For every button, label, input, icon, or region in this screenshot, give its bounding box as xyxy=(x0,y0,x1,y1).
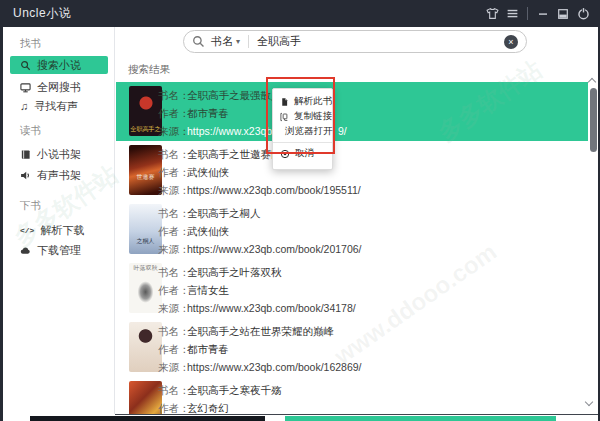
author-label: 作者： xyxy=(158,343,190,357)
menu-item-parse-book[interactable]: 解析此书 xyxy=(273,94,332,109)
speaker-icon xyxy=(20,170,31,181)
titlebar-controls xyxy=(482,0,593,27)
maximize-icon xyxy=(557,8,569,20)
sidebar-item-parse-download[interactable]: </> 解析下载 xyxy=(10,221,108,239)
monitor-icon xyxy=(20,82,31,93)
menu-separator xyxy=(273,142,332,143)
bottom-dark-segment xyxy=(30,416,265,421)
author-label: 作者： xyxy=(158,225,190,239)
source-label: 来源： xyxy=(158,302,190,316)
hamburger-icon xyxy=(506,7,519,20)
author-label: 作者： xyxy=(158,284,190,298)
search-icon xyxy=(192,35,205,48)
source-label: 来源： xyxy=(158,125,190,139)
menu-item-label: 复制链接 xyxy=(294,110,332,123)
menu-item-cancel[interactable]: 取消 xyxy=(273,146,332,161)
author-label: 作者： xyxy=(158,166,190,180)
book-source: https://www.x23qb.com/book/34178/ xyxy=(187,302,356,314)
scroll-up-button[interactable] xyxy=(589,79,595,85)
book-icon xyxy=(20,149,31,160)
sidebar-item-download-manager[interactable]: 下载管理 xyxy=(10,241,108,259)
bottom-bar xyxy=(0,414,600,421)
clear-search-button[interactable]: × xyxy=(504,35,518,49)
sidebar-item-novel-shelf[interactable]: 小说书架 xyxy=(10,145,108,163)
theme-button[interactable] xyxy=(482,0,502,27)
search-result-row[interactable]: 之桐人 书名： 全职高手之桐人 作者： 武侠仙侠 来源： https://www… xyxy=(116,200,588,259)
scrollbar-thumb[interactable] xyxy=(590,88,597,152)
search-scope-value: 书名 xyxy=(211,34,233,49)
sidebar: 找书 搜索小说 全网搜书 ♫ 寻找有声 读书 小说书架 有声书架 下书 </> … xyxy=(3,27,115,414)
sidebar-item-web-search[interactable]: 全网搜书 xyxy=(10,78,108,96)
book-author: 武侠仙侠 xyxy=(187,225,229,239)
close-icon: × xyxy=(508,37,513,47)
source-label: 来源： xyxy=(158,361,190,375)
sidebar-item-label: 全网搜书 xyxy=(37,80,81,95)
search-icon xyxy=(20,60,31,71)
title-label: 书名： xyxy=(158,384,190,398)
sidebar-section-find-books: 找书 xyxy=(20,37,41,51)
menu-item-open-in-browser[interactable]: 浏览器打开 xyxy=(273,124,332,139)
title-label: 书名： xyxy=(158,266,190,280)
file-icon xyxy=(280,97,289,107)
search-result-row[interactable]: 世邀赛 书名： 全职高手之世邀赛同人 作者： 武侠仙侠 来源： https://… xyxy=(116,141,588,200)
book-title: 全职高手之最强散人 xyxy=(187,89,282,103)
maximize-button[interactable] xyxy=(553,0,573,27)
title-label: 书名： xyxy=(158,148,190,162)
search-bar[interactable]: 书名 ▾ 全职高手 × xyxy=(183,30,527,53)
cancel-icon xyxy=(280,149,290,159)
results-heading: 搜索结果 xyxy=(128,63,170,77)
chevron-up-icon xyxy=(588,78,596,86)
sidebar-item-audio-shelf[interactable]: 有声书架 xyxy=(10,166,108,184)
source-label: 来源： xyxy=(158,184,190,198)
shirt-icon xyxy=(486,7,499,20)
sidebar-section-read-books: 读书 xyxy=(20,124,41,138)
book-source: https://www.x23qb.com/book/201706/ xyxy=(187,243,362,255)
code-icon: </> xyxy=(20,225,34,236)
titlebar: Uncle小说 xyxy=(0,0,600,27)
bottom-border-line xyxy=(115,414,600,415)
minimize-button[interactable] xyxy=(533,0,553,27)
power-button[interactable] xyxy=(573,0,593,27)
sidebar-item-find-audio[interactable]: ♫ 寻找有声 xyxy=(10,97,108,115)
window-border-left xyxy=(0,0,3,421)
search-scope-dropdown[interactable]: 书名 ▾ xyxy=(211,34,240,49)
search-result-row[interactable]: 全职高手之 书名： 全职高手之最强散人 作者： 都市青春 来源： https:/… xyxy=(116,82,588,141)
minimize-icon xyxy=(537,8,549,20)
sidebar-item-label: 寻找有声 xyxy=(34,99,78,114)
scroll-down-button[interactable] xyxy=(586,399,592,405)
menu-item-label: 浏览器打开 xyxy=(285,125,333,138)
bottom-green-segment xyxy=(285,416,556,421)
title-label: 书名： xyxy=(158,325,190,339)
sidebar-item-label: 有声书架 xyxy=(37,168,81,183)
chevron-down-icon: ▾ xyxy=(236,37,240,46)
book-author: 都市青春 xyxy=(187,107,229,121)
sidebar-item-label: 搜索小说 xyxy=(37,58,81,73)
title-label: 书名： xyxy=(158,89,190,103)
sidebar-item-label: 下载管理 xyxy=(37,243,81,258)
book-title: 全职高手之寒夜千殇 xyxy=(187,384,282,398)
search-result-row[interactable]: 书名： 全职高手之站在世界荣耀的巅峰 作者： 都市青春 来源： https://… xyxy=(116,318,588,377)
main-menu-button[interactable] xyxy=(502,0,522,27)
book-source: https://www.x23qb.c xyxy=(187,125,280,137)
menu-item-copy-link[interactable]: 复制链接 xyxy=(273,109,332,124)
sidebar-item-search-novel[interactable]: 搜索小说 xyxy=(10,56,108,74)
search-input[interactable]: 全职高手 xyxy=(257,34,504,49)
search-divider xyxy=(248,35,249,48)
author-label: 作者： xyxy=(158,107,190,121)
chevron-down-icon xyxy=(585,398,593,406)
copy-icon xyxy=(280,112,289,122)
book-author: 言情女生 xyxy=(187,284,229,298)
menu-item-label: 解析此书 xyxy=(294,95,332,108)
sidebar-section-download-books: 下书 xyxy=(20,199,41,213)
app-window: Uncle小说 找书 搜索小说 xyxy=(0,0,600,421)
book-author: 武侠仙侠 xyxy=(187,166,229,180)
menu-item-label: 取消 xyxy=(295,147,314,160)
sidebar-item-label: 小说书架 xyxy=(37,147,81,162)
book-title: 全职高手之叶落双秋 xyxy=(187,266,282,280)
titlebar-separator xyxy=(527,7,528,20)
source-label: 来源： xyxy=(158,243,190,257)
book-title: 全职高手之桐人 xyxy=(187,207,261,221)
title-label: 书名： xyxy=(158,207,190,221)
search-result-row[interactable]: 叶落双秋 书名： 全职高手之叶落双秋 作者： 言情女生 来源： https://… xyxy=(116,259,588,318)
book-title: 全职高手之站在世界荣耀的巅峰 xyxy=(187,325,334,339)
